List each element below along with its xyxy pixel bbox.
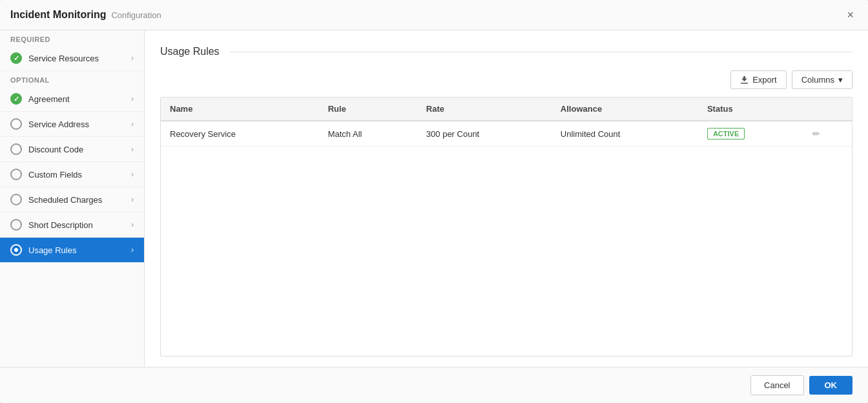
sidebar-label-service-address: Service Address [28,119,89,129]
required-section-label: REQUIRED [0,30,144,46]
chevron-icon-service-address: › [131,119,134,129]
sidebar-label-usage-rules: Usage Rules [28,245,76,255]
chevron-icon-agreement: › [131,94,134,103]
modal-header: Incident Monitoring Configuration × [0,0,868,30]
modal-title-sub: Configuration [111,10,161,20]
main-content: Usage Rules Export Columns ▾ [145,30,868,367]
table-header-row: Name Rule Rate Allowance Status [161,98,852,121]
modal-body: REQUIRED ✓ Service Resources › OPTIONAL … [0,30,868,367]
circle-active-icon-usage-rules [10,244,22,256]
sidebar-label-short-description: Short Description [28,220,93,230]
circle-icon-service-address [10,118,22,130]
chevron-icon-short-description: › [131,220,134,229]
chevron-down-icon: ▾ [838,75,843,85]
sidebar-item-service-address[interactable]: Service Address › [0,112,144,137]
modal: Incident Monitoring Configuration × REQU… [0,0,868,403]
circle-icon-custom-fields [10,169,22,180]
cell-status: ACTIVE [698,121,803,147]
col-rule: Rule [319,98,417,121]
col-rate: Rate [417,98,552,121]
col-allowance: Allowance [552,98,698,121]
sidebar-label-service-resources: Service Resources [28,54,99,63]
sidebar-item-discount-code[interactable]: Discount Code › [0,137,144,162]
sidebar-item-short-description[interactable]: Short Description › [0,212,144,238]
optional-section-label: OPTIONAL [0,71,144,87]
section-title-row: Usage Rules [160,46,852,57]
check-icon-service-resources: ✓ [10,52,22,64]
section-title: Usage Rules [160,46,220,57]
modal-footer: Cancel OK [0,367,868,403]
usage-rules-table: Name Rule Rate Allowance Status Recovery… [161,98,852,147]
export-button[interactable]: Export [730,70,787,89]
sidebar: REQUIRED ✓ Service Resources › OPTIONAL … [0,30,145,367]
circle-icon-scheduled-charges [10,194,22,205]
ok-button[interactable]: OK [809,376,853,395]
sidebar-item-service-resources[interactable]: ✓ Service Resources › [0,46,144,71]
sidebar-item-agreement[interactable]: ✓ Agreement › [0,87,144,112]
chevron-icon-usage-rules: › [131,245,134,254]
sidebar-item-usage-rules[interactable]: Usage Rules › [0,238,144,263]
usage-rules-table-container: Name Rule Rate Allowance Status Recovery… [160,97,852,356]
chevron-icon-discount-code: › [131,145,134,154]
modal-title-main: Incident Monitoring [10,9,106,21]
chevron-icon-custom-fields: › [131,170,134,179]
cancel-button[interactable]: Cancel [750,375,803,395]
sidebar-item-scheduled-charges[interactable]: Scheduled Charges › [0,187,144,212]
circle-icon-discount-code [10,143,22,155]
cell-rule: Match All [319,121,417,147]
chevron-icon-service-resources: › [131,54,134,63]
col-actions [803,98,852,121]
sidebar-label-discount-code: Discount Code [28,145,83,154]
columns-button[interactable]: Columns ▾ [792,70,852,89]
section-divider [230,52,852,52]
edit-icon[interactable]: ✏ [812,129,820,139]
status-badge: ACTIVE [707,128,745,140]
modal-title: Incident Monitoring Configuration [10,9,161,21]
sidebar-label-custom-fields: Custom Fields [28,170,82,180]
table-row: Recovery Service Match All 300 per Count… [161,121,852,147]
toolbar: Export Columns ▾ [160,70,852,89]
close-button[interactable]: × [843,8,858,22]
download-icon [740,76,749,84]
sidebar-label-agreement: Agreement [28,94,70,104]
col-status: Status [698,98,803,121]
cell-edit[interactable]: ✏ [803,121,852,147]
check-icon-agreement: ✓ [10,93,22,105]
sidebar-item-custom-fields[interactable]: Custom Fields › [0,162,144,187]
sidebar-label-scheduled-charges: Scheduled Charges [28,195,102,205]
cell-name: Recovery Service [161,121,319,147]
chevron-icon-scheduled-charges: › [131,195,134,204]
cell-allowance: Unlimited Count [552,121,698,147]
col-name: Name [161,98,319,121]
circle-icon-short-description [10,219,22,231]
cell-rate: 300 per Count [417,121,552,147]
